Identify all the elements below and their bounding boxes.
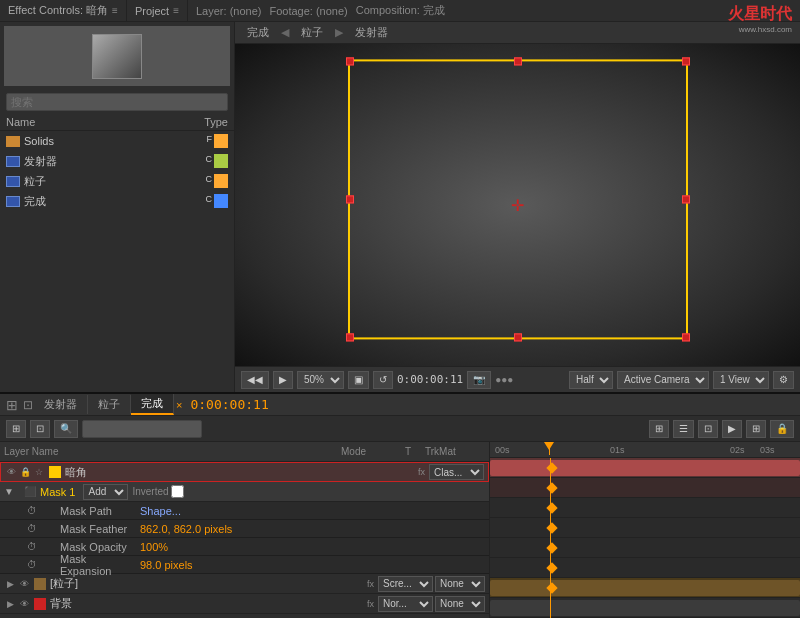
track-row-darkangle[interactable]	[490, 458, 800, 478]
main-layout: Name Type Solids F 发射器 C 粒子 C 完成 C	[0, 22, 800, 392]
layer3-eye-icon[interactable]: 👁	[18, 598, 30, 610]
zoom-select[interactable]: 50%	[297, 371, 344, 389]
tl-search-btn[interactable]: 🔍	[54, 420, 78, 438]
preview-tabs: 完成 ◀ 粒子 ▶ 发射器	[235, 22, 800, 44]
project-item-solids[interactable]: Solids F	[0, 131, 234, 151]
left-panel: Name Type Solids F 发射器 C 粒子 C 完成 C	[0, 22, 235, 392]
layer2-eye-icon[interactable]: 👁	[18, 578, 30, 590]
camera-btn[interactable]: 📷	[467, 371, 491, 389]
mask-corner-ml	[346, 195, 354, 203]
mask-opacity-value[interactable]: 100%	[140, 541, 168, 553]
layer2-expand-icon[interactable]: ▶	[4, 578, 16, 590]
mask1-inverted-check[interactable]	[171, 485, 184, 498]
project-tab[interactable]: Project ≡	[127, 0, 188, 21]
tl-tool-5[interactable]: ⊡	[698, 420, 718, 438]
project-item-emitter[interactable]: 发射器 C	[0, 151, 234, 171]
layer-mode-darkangle[interactable]: Clas...	[429, 464, 484, 480]
col-trkmat-header: TrkMat	[425, 446, 485, 457]
mask1-icon: ⬛	[24, 486, 40, 497]
tl-tool-1[interactable]: ⊞	[6, 420, 26, 438]
mask1-header[interactable]: ▼ ⬛ Mask 1 Add Inverted	[0, 482, 489, 502]
layer3-expand-icon[interactable]: ▶	[4, 598, 16, 610]
keyframe-mask-path[interactable]	[546, 502, 557, 513]
preview-tab-complete[interactable]: 完成	[241, 25, 275, 40]
col-t-header: T	[405, 446, 421, 457]
reset-btn[interactable]: ↺	[373, 371, 393, 389]
track-row-mask-path[interactable]	[490, 498, 800, 518]
mask-expansion-value[interactable]: 98.0 pixels	[140, 559, 193, 571]
tab-particles[interactable]: 粒子	[88, 395, 131, 414]
keyframe-mask-expansion[interactable]	[546, 562, 557, 573]
mask-opacity-clock-icon[interactable]: ⏱	[24, 539, 40, 555]
track-row-particles[interactable]	[490, 578, 800, 598]
view-select[interactable]: Active Camera	[617, 371, 709, 389]
timeline-ruler[interactable]: 00s 01s 02s 03s	[490, 442, 800, 458]
tl-search-input[interactable]	[82, 420, 202, 438]
mask1-expand-icon[interactable]: ▼	[4, 486, 24, 497]
keyframe-mask-feather[interactable]	[546, 522, 557, 533]
project-menu-icon[interactable]: ≡	[173, 5, 179, 16]
keyframe-mask1[interactable]	[546, 482, 557, 493]
track-row-bg[interactable]	[490, 598, 800, 618]
layer2-mode[interactable]: Scre...	[378, 576, 433, 592]
item-label-solids: Solids	[24, 135, 198, 147]
play-btn[interactable]: ▶	[273, 371, 293, 389]
layer-row-background[interactable]: ▶ 👁 背景 fx Nor... None	[0, 594, 489, 614]
playhead-line	[550, 458, 551, 618]
search-input[interactable]	[6, 93, 228, 111]
track-row-mask-feather[interactable]	[490, 518, 800, 538]
mask-expansion-label: Mask Expansion	[40, 553, 140, 577]
layer-eye-icon[interactable]: 👁	[5, 466, 17, 478]
panel-menu-icon[interactable]: ≡	[112, 5, 118, 16]
tl-tool-8[interactable]: 🔒	[770, 420, 794, 438]
col-type-header: Type	[168, 116, 228, 128]
keyframe-mask-opacity[interactable]	[546, 542, 557, 553]
effect-controls-tab[interactable]: Effect Controls: 暗角 ≡	[0, 0, 127, 21]
preview-tab-emitter[interactable]: 发射器	[349, 25, 394, 40]
tab-complete[interactable]: 完成	[131, 394, 174, 415]
item-label-complete: 完成	[24, 194, 198, 209]
tab-close-icon[interactable]: ×	[176, 399, 182, 411]
ruler-mark-03: 03s	[760, 445, 775, 455]
tl-tool-2[interactable]: ⊡	[30, 420, 50, 438]
tl-tool-6[interactable]: ▶	[722, 420, 742, 438]
preview-time: 0:00:00:11	[397, 373, 463, 386]
track-row-mask-opacity[interactable]	[490, 538, 800, 558]
timeline-tabs: ⊞ ⊡ 发射器 粒子 完成 × 0:00:00:11	[0, 394, 800, 416]
layer3-mode[interactable]: Nor...	[378, 596, 433, 612]
layer-solo-icon[interactable]: ☆	[33, 466, 45, 478]
quality-select[interactable]: Half	[569, 371, 613, 389]
preview-tab-particles[interactable]: 粒子	[295, 25, 329, 40]
track-bar-bg	[490, 600, 800, 616]
layer-fx-icon: fx	[418, 467, 425, 477]
comp-icon-emitter	[6, 156, 20, 167]
tl-tool-4[interactable]: ☰	[673, 420, 694, 438]
project-item-particles[interactable]: 粒子 C	[0, 171, 234, 191]
mask-expansion-clock-icon[interactable]: ⏱	[24, 557, 40, 573]
view-count-select[interactable]: 1 View	[713, 371, 769, 389]
timeline-section: ⊞ ⊡ 发射器 粒子 完成 × 0:00:00:11 ⊞ ⊡ 🔍 ⊞ ☰ ⊡ ▶…	[0, 392, 800, 618]
mask-path-clock-icon[interactable]: ⏱	[24, 503, 40, 519]
layer-row-particles[interactable]: ▶ 👁 [粒子] fx Scre... None	[0, 574, 489, 594]
layer-color-darkangle	[49, 466, 61, 478]
mask-path-value[interactable]: Shape...	[140, 505, 181, 517]
project-item-complete[interactable]: 完成 C	[0, 191, 234, 211]
layer2-trkmat[interactable]: None	[435, 576, 485, 592]
track-row-mask1[interactable]	[490, 478, 800, 498]
mask-feather-value[interactable]: 862.0, 862.0 pixels	[140, 523, 232, 535]
layer3-trkmat[interactable]: None	[435, 596, 485, 612]
mask1-mode[interactable]: Add	[83, 484, 128, 500]
layer-lock-icon[interactable]: 🔒	[19, 466, 31, 478]
track-row-mask-expansion[interactable]	[490, 558, 800, 578]
mask-feather-clock-icon[interactable]: ⏱	[24, 521, 40, 537]
layer-row-darkangle[interactable]: 👁 🔒 ☆ 暗角 fx Clas...	[0, 462, 489, 482]
mask-corner-bl	[346, 333, 354, 341]
layer-name-particles: [粒子]	[50, 576, 367, 591]
options-btn[interactable]: ⚙	[773, 371, 794, 389]
tab-emitter[interactable]: 发射器	[34, 395, 88, 414]
tl-tool-3[interactable]: ⊞	[649, 420, 669, 438]
tl-icon-2: ⊡	[22, 399, 34, 411]
tl-tool-7[interactable]: ⊞	[746, 420, 766, 438]
zoom-fit-btn[interactable]: ▣	[348, 371, 369, 389]
prev-frame-btn[interactable]: ◀◀	[241, 371, 269, 389]
